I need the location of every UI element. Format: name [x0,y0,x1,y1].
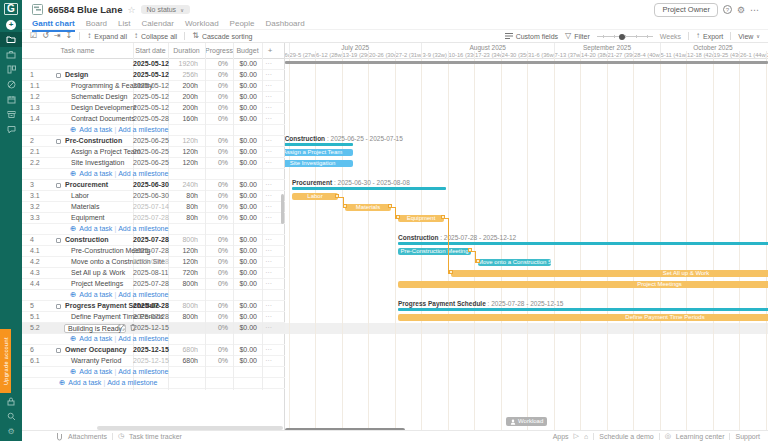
app-store-icon[interactable]: ⌂ [584,433,588,440]
table-row[interactable]: 4.3Set All up & Work2025-08-11720h0%$0.0… [22,268,285,279]
column-header-start-date[interactable]: Start date [133,43,168,59]
add-task-link[interactable]: Add a task [79,126,112,133]
row-more-button[interactable]: ⋯ [265,70,272,80]
row-more-button[interactable]: ⋯ [265,202,272,212]
table-row[interactable]: 4.2Move onto a Construction Site2025-08-… [22,257,285,268]
duration-cell[interactable]: 120h [168,158,198,168]
progress-cell[interactable]: 0% [205,191,228,201]
add-row[interactable]: ⊕Add a task|Add a milestone [22,290,285,301]
start-date-cell[interactable]: 2025-07-28 [133,279,168,289]
budget-cell[interactable]: $0.00 [233,180,257,190]
gantt-bar[interactable]: Labor [292,193,338,200]
start-date-cell[interactable]: 2025-12-15 [133,323,168,333]
open-task-card-icon[interactable] [56,304,61,309]
duration-cell[interactable]: 120h [168,246,198,256]
add-task-link[interactable]: Add a task [79,170,112,177]
select-tasks-icon[interactable]: ☑ [30,32,37,40]
dependency-handle[interactable] [468,248,472,252]
progress-cell[interactable]: 0% [205,235,228,245]
open-task-icon[interactable] [118,324,125,332]
progress-cell[interactable]: 0% [205,301,228,311]
tab-workload[interactable]: Workload [185,19,219,30]
table-row[interactable]: 2Pre-Construction2025-06-25120h0%$0.00⋯ [22,136,285,147]
budget-cell[interactable]: $0.00 [233,323,257,333]
row-more-button[interactable]: ⋯ [265,323,272,333]
column-header-progress[interactable]: Progress [205,43,233,59]
table-row[interactable]: 5.1Define Payment Time Periods2025-07-28… [22,312,285,323]
add-task-link[interactable]: Add a task [79,291,112,298]
row-more-button[interactable]: ⋯ [265,147,272,157]
duration-cell[interactable]: 800h [168,312,198,322]
history-icon[interactable]: ↺ [42,32,49,40]
row-more-button[interactable]: ⋯ [265,136,272,146]
table-row[interactable]: 3.3Equipment2025-07-2880h0%$0.00⋯ [22,213,285,224]
project-summary-bar[interactable] [285,61,768,64]
start-date-cell[interactable]: 2025-07-28 [133,246,168,256]
open-task-card-icon[interactable] [56,183,61,188]
budget-cell[interactable]: $0.00 [233,103,257,113]
row-more-button[interactable]: ⋯ [265,180,272,190]
progress-cell[interactable]: 0% [205,92,228,102]
gantt-bar[interactable]: Equipment [398,215,444,222]
duration-cell[interactable]: 200h [168,103,198,113]
budget-cell[interactable]: $0.00 [233,114,257,124]
budget-cell[interactable]: $0.00 [233,257,257,267]
duration-cell[interactable]: 800h [168,279,198,289]
start-date-cell[interactable]: 2025-07-28 [133,235,168,245]
budget-cell[interactable]: $0.00 [233,59,257,69]
add-row[interactable]: ⊕Add a task|Add a milestone [22,169,285,180]
start-date-cell[interactable]: 2025-06-25 [133,136,168,146]
start-date-cell[interactable]: 2025-07-28 [133,301,168,311]
table-row[interactable]: 4.4Project Meetings2025-07-28800h0%$0.00… [22,279,285,290]
row-more-button[interactable]: ⋯ [265,103,272,113]
project-owner-button[interactable]: Project Owner [654,3,718,17]
gantt-bar[interactable]: Site Investigation [285,160,353,167]
row-more-button[interactable]: ⋯ [265,235,272,245]
table-row[interactable]: 6.1Warranty Period2025-12-15680h0%$0.00⋯ [22,356,285,367]
zoom-slider[interactable] [597,32,653,40]
progress-cell[interactable]: 0% [205,81,228,91]
budget-cell[interactable]: $0.00 [233,202,257,212]
vertical-scrollbar[interactable] [281,194,284,224]
start-date-cell[interactable]: 2025-07-28 [133,213,168,223]
dependency-handle[interactable] [441,215,445,219]
budget-cell[interactable]: $0.00 [233,158,257,168]
portfolio-icon[interactable] [0,47,22,62]
projects-folder-icon[interactable] [0,32,22,47]
app-logo[interactable]: G [0,0,22,17]
add-row[interactable]: ⊕Add a task|Add a milestone [22,125,285,136]
row-more-button[interactable]: ⋯ [265,257,272,267]
duration-cell[interactable]: 800h [168,235,198,245]
group-summary-bar[interactable] [292,187,446,190]
budget-cell[interactable]: $0.00 [233,70,257,80]
row-more-button[interactable]: ⋯ [265,279,272,289]
start-date-cell[interactable]: 2025-07-28 [133,312,168,322]
table-row[interactable]: 5.2⋮⋮Building is Ready2025-12-150%$0.00⋯ [22,323,285,334]
add-task-link[interactable]: Add a task [79,368,112,375]
duration-cell[interactable]: 160h [168,114,198,124]
budget-cell[interactable]: $0.00 [233,268,257,278]
progress-cell[interactable]: 0% [205,356,228,366]
add-row[interactable]: ⊕Add a task|Add a milestone [22,378,285,389]
add-task-link[interactable]: Add a task [79,225,112,232]
table-row[interactable]: 3.2Materials2025-07-1480h0%$0.00⋯ [22,202,285,213]
add-milestone-link[interactable]: Add a milestone [118,126,168,133]
budget-cell[interactable]: $0.00 [233,356,257,366]
duration-cell[interactable]: 80h [168,202,198,212]
indent-icon[interactable]: ⇥ [54,32,61,40]
budget-cell[interactable]: $0.00 [233,92,257,102]
table-row[interactable]: 5Progress Payment Schedule2025-07-28800h… [22,301,285,312]
table-row[interactable]: 1.3Design Development2025-05-12200h0%$0.… [22,103,285,114]
budget-cell[interactable]: $0.00 [233,301,257,311]
progress-cell[interactable]: 0% [205,202,228,212]
custom-fields-button[interactable]: Custom fields [505,32,558,40]
duration-cell[interactable]: 200h [168,81,198,91]
group-summary-bar[interactable] [398,308,768,311]
group-summary-bar[interactable] [285,143,353,146]
duration-cell[interactable]: 1920h [168,59,198,69]
duration-cell[interactable]: 720h [168,268,198,278]
start-date-cell[interactable]: 2025-12-15 [133,345,168,355]
start-date-cell[interactable]: 2025-05-28 [133,114,168,124]
help-icon[interactable]: ? [723,5,732,14]
duration-cell[interactable]: 800h [168,301,198,311]
